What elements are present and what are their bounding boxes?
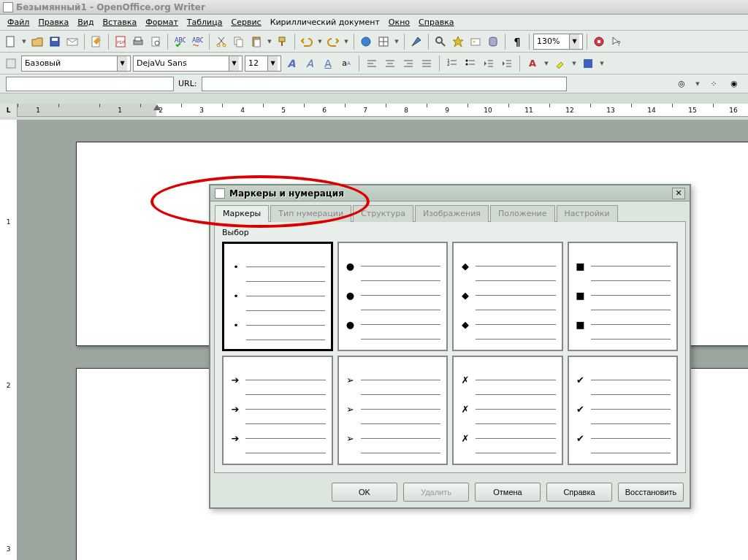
menu-edit[interactable]: Правка — [34, 16, 73, 28]
bullet-option-0[interactable]: ••• — [222, 242, 333, 351]
font-color-icon[interactable]: A — [524, 55, 541, 72]
redo-dropdown[interactable]: ▼ — [343, 34, 350, 50]
email-icon[interactable] — [64, 34, 80, 50]
superscript-icon[interactable]: aA — [338, 55, 354, 72]
indent-inc-icon[interactable] — [499, 55, 515, 72]
bullet-option-2[interactable]: ◆◆◆ — [452, 242, 563, 351]
ok-button[interactable]: OK — [332, 483, 397, 502]
bullet-option-4[interactable]: ➔➔➔ — [222, 356, 333, 465]
help-icon[interactable] — [591, 34, 607, 50]
tab-3[interactable]: Изображения — [415, 205, 489, 222]
grip-icon[interactable]: ⁘ — [706, 76, 722, 92]
align-center-icon[interactable] — [382, 55, 398, 72]
font-dropdown-icon[interactable]: ▼ — [229, 56, 239, 71]
new-doc-icon[interactable] — [3, 34, 19, 50]
size-combo[interactable]: 12 ▼ — [245, 55, 281, 72]
tab-5[interactable]: Настройки — [557, 205, 618, 222]
bg-color-dropdown[interactable]: ▼ — [598, 55, 606, 72]
bold-icon[interactable]: A — [283, 55, 299, 72]
highlight-icon[interactable] — [552, 55, 568, 72]
delete-button[interactable]: Удалить — [403, 483, 469, 502]
dialog-titlebar[interactable]: Маркеры и нумерация ✕ — [210, 185, 690, 202]
url-name-input[interactable] — [6, 77, 174, 91]
menu-insert[interactable]: Вставка — [99, 16, 142, 28]
hyperlink-icon[interactable] — [358, 34, 374, 50]
tab-1[interactable]: Тип нумерации — [270, 205, 351, 222]
show-draw-icon[interactable] — [408, 34, 424, 50]
url-input[interactable] — [202, 77, 567, 91]
cancel-button[interactable]: Отмена — [475, 483, 541, 502]
bullet-option-7[interactable]: ✔✔✔ — [568, 356, 679, 465]
italic-icon[interactable]: A — [302, 55, 318, 72]
undo-icon[interactable] — [299, 34, 315, 50]
help-button[interactable]: Справка — [546, 483, 612, 502]
spellcheck-icon[interactable]: ABC — [172, 34, 188, 50]
tab-0[interactable]: Маркеры — [215, 205, 269, 222]
bullets-dialog: Маркеры и нумерация ✕ МаркерыТип нумерац… — [209, 184, 691, 509]
bullet-option-5[interactable]: ➢➢➢ — [337, 356, 449, 465]
style-combo[interactable]: Базовый ▼ — [21, 55, 131, 72]
zoom-dropdown-icon[interactable]: ▼ — [569, 34, 579, 49]
navigator-icon[interactable] — [450, 34, 466, 50]
table-icon[interactable] — [375, 34, 392, 50]
cut-icon[interactable] — [213, 34, 229, 50]
bullet-option-6[interactable]: ✗✗✗ — [452, 356, 563, 465]
numbering-icon[interactable]: 12 — [444, 55, 460, 72]
vruler-tick — [0, 120, 17, 161]
open-icon[interactable] — [29, 34, 45, 50]
menu-format[interactable]: Формат — [141, 16, 183, 28]
vertical-ruler[interactable]: 123 — [0, 120, 18, 560]
menu-window[interactable]: Окно — [384, 16, 414, 28]
bullets-icon[interactable] — [462, 55, 478, 72]
new-doc-dropdown[interactable]: ▼ — [20, 34, 28, 50]
gallery-icon[interactable] — [468, 34, 484, 50]
menu-file[interactable]: Файл — [3, 16, 34, 28]
fingerprint-icon[interactable]: ◉ — [726, 76, 742, 92]
nonprinting-icon[interactable]: ¶ — [509, 34, 525, 50]
align-right-icon[interactable] — [400, 55, 416, 72]
menu-table[interactable]: Таблица — [183, 16, 227, 28]
datasource-icon[interactable] — [485, 34, 501, 50]
whatsthis-icon[interactable]: ? — [608, 34, 625, 50]
menu-help[interactable]: Справка — [414, 16, 458, 28]
menu-view[interactable]: Вид — [73, 16, 98, 28]
highlight-dropdown[interactable]: ▼ — [570, 55, 578, 72]
close-icon[interactable]: ✕ — [672, 188, 685, 199]
zoom-combo[interactable]: 130% ▼ — [533, 34, 583, 50]
align-justify-icon[interactable] — [419, 55, 435, 72]
bullet-option-1[interactable]: ●●● — [337, 242, 449, 351]
undo-dropdown[interactable]: ▼ — [316, 34, 324, 50]
save-icon[interactable] — [47, 34, 63, 50]
copy-icon[interactable] — [231, 34, 247, 50]
underline-icon[interactable]: A — [320, 55, 336, 72]
ruler-tick — [58, 104, 99, 116]
tab-2[interactable]: Структура — [353, 205, 413, 222]
bullet-option-3[interactable]: ■■■ — [568, 242, 679, 351]
edit-doc-icon[interactable] — [88, 34, 104, 50]
svg-rect-8 — [135, 37, 141, 41]
font-color-dropdown[interactable]: ▼ — [543, 55, 550, 72]
menu-service[interactable]: Сервис — [227, 16, 266, 28]
paste-dropdown[interactable]: ▼ — [266, 34, 273, 50]
style-dropdown-icon[interactable]: ▼ — [117, 56, 127, 71]
autospell-icon[interactable]: ABC — [189, 34, 205, 50]
tab-4[interactable]: Положение — [490, 205, 555, 222]
reset-button[interactable]: Восстановить — [618, 483, 684, 502]
styles-icon[interactable] — [3, 55, 19, 72]
align-left-icon[interactable] — [364, 55, 380, 72]
size-dropdown-icon[interactable]: ▼ — [267, 56, 278, 71]
target-icon[interactable]: ◎ — [673, 76, 690, 92]
horizontal-ruler[interactable]: L 112345678910111213141516 — [0, 104, 748, 117]
indent-dec-icon[interactable] — [481, 55, 497, 72]
print-icon[interactable] — [130, 34, 146, 50]
redo-icon[interactable] — [325, 34, 341, 50]
menu-cyrillic[interactable]: Кириллический документ — [266, 16, 384, 28]
font-combo[interactable]: DejaVu Sans ▼ — [133, 55, 243, 72]
preview-icon[interactable] — [148, 34, 164, 50]
find-icon[interactable] — [432, 34, 449, 50]
pdf-icon[interactable]: PDF — [112, 34, 129, 50]
bg-color-icon[interactable] — [580, 55, 596, 72]
format-paint-icon[interactable] — [275, 34, 291, 50]
paste-icon[interactable] — [248, 34, 264, 50]
table-dropdown[interactable]: ▼ — [393, 34, 400, 50]
